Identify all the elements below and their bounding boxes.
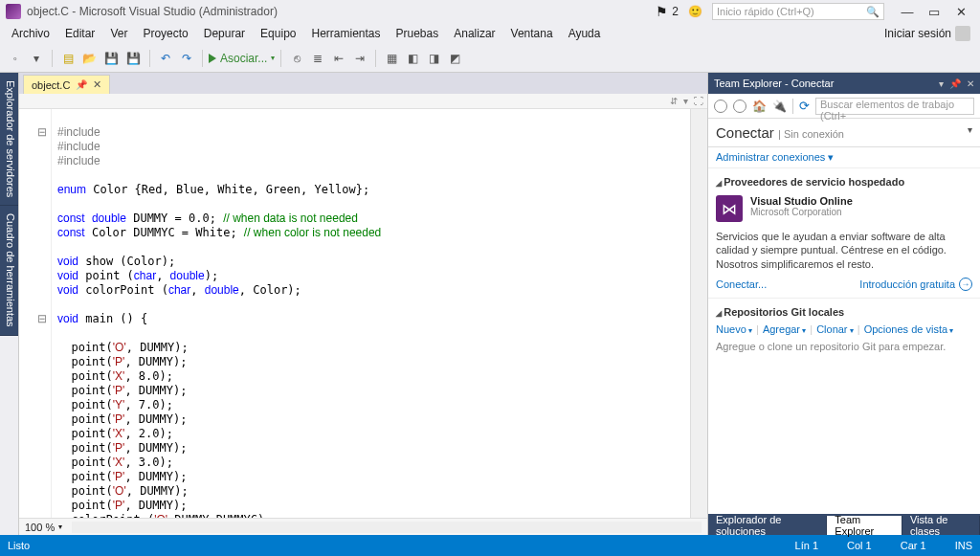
connect-icon[interactable]: 🔌 (772, 100, 787, 113)
work-items-search-input[interactable]: Buscar elementos de trabajo (Ctrl+ (815, 98, 974, 115)
git-new-link[interactable]: Nuevo (716, 323, 752, 335)
arrow-circle-icon: → (959, 278, 972, 291)
git-add-link[interactable]: Agregar (763, 323, 806, 335)
window-titlebar: object.C - Microsoft Visual Studio (Admi… (0, 0, 980, 23)
main-toolbar: ◦ ▾ ▤ 📂 💾 💾 ↶ ↷ Asociar... ▾ ⎋ ≣ ⇤ ⇥ ▦ ◧… (0, 44, 980, 73)
vs-logo-icon (6, 4, 21, 19)
connect-link[interactable]: Conectar... (716, 275, 774, 294)
dropdown-icon[interactable]: ▾ (939, 78, 944, 89)
pin-icon[interactable]: 📌 (76, 79, 87, 90)
save-button[interactable]: 💾 (101, 48, 122, 69)
fullscreen-icon[interactable]: ⛶ (694, 96, 703, 106)
editor-tab-objectc[interactable]: object.C 📌 ✕ (23, 75, 110, 94)
tab-close-icon[interactable]: ✕ (93, 78, 101, 91)
minimize-button[interactable]: — (894, 5, 921, 19)
menu-ver[interactable]: Ver (102, 25, 135, 42)
save-all-button[interactable]: 💾 (123, 48, 144, 69)
back-nav-button[interactable] (714, 100, 727, 113)
menu-ventana[interactable]: Ventana (503, 25, 561, 42)
left-dock-tabs: Explorador de servidores Cuadro de herra… (0, 73, 19, 535)
bookmark-prev-button[interactable]: ◨ (424, 48, 443, 69)
code-gutter: ⊟ ⊟ (19, 109, 52, 518)
quick-launch-input[interactable]: Inicio rápido (Ctrl+Q) 🔍 (712, 3, 884, 20)
editor-vscrollbar[interactable] (690, 109, 707, 518)
sign-in-link[interactable]: Iniciar sesión (884, 27, 951, 40)
intro-link[interactable]: Introducción gratuita → (859, 278, 972, 291)
git-repos-header[interactable]: Repositorios Git locales (716, 302, 972, 322)
status-line: Lín 1 (795, 540, 818, 551)
refresh-icon[interactable]: ⟳ (799, 99, 810, 113)
server-explorer-tab[interactable]: Explorador de servidores (0, 73, 18, 206)
bookmark-next-button[interactable]: ◩ (445, 48, 464, 69)
window-title: object.C - Microsoft Visual Studio (Admi… (27, 5, 278, 18)
user-icon[interactable] (955, 26, 970, 41)
fwd-nav-button[interactable] (733, 100, 746, 113)
editor-zoom-bar: 100 % ▾ (19, 518, 707, 535)
vso-provider-item[interactable]: ⋈ Visual Studio Online Microsoft Corpora… (716, 191, 972, 226)
solution-explorer-tab[interactable]: Explorador de soluciones (708, 516, 827, 535)
toolbox-tab[interactable]: Cuadro de herramientas (0, 206, 18, 336)
zoom-level[interactable]: 100 % (25, 522, 55, 533)
maximize-button[interactable]: ▭ (921, 5, 947, 19)
code-text-area[interactable]: #include #include #include enum Color {R… (52, 109, 690, 518)
menu-depurar[interactable]: Depurar (196, 25, 253, 42)
undo-button[interactable]: ↶ (156, 48, 175, 69)
search-icon: 🔍 (866, 6, 880, 18)
menu-herramientas[interactable]: Herramientas (303, 25, 388, 42)
git-empty-hint: Agregue o clone un repositorio Git para … (716, 337, 972, 356)
zoom-dropdown-icon[interactable]: ▾ (58, 523, 62, 531)
status-col: Col 1 (847, 540, 872, 551)
team-page-title: Conectar | Sin conexión ▾ (708, 119, 980, 146)
home-icon[interactable]: 🏠 (752, 100, 767, 113)
smiley-icon: 🙂 (688, 5, 702, 18)
close-icon[interactable]: ✕ (967, 78, 974, 89)
indent-right-button[interactable]: ⇥ (350, 48, 369, 69)
chevron-down-icon[interactable]: ▾ (968, 124, 972, 135)
team-explorer-pane: Team Explorer - Conectar ▾ 📌 ✕ 🏠 🔌 ⟳ Bus… (708, 73, 980, 535)
new-file-button[interactable]: ▤ (58, 48, 78, 69)
editor-mini-toolbar: ⇵ ▾ ⛶ (19, 94, 707, 109)
split-icon[interactable]: ⇵ (670, 96, 678, 106)
pin-icon[interactable]: 📌 (949, 78, 961, 89)
open-file-button[interactable]: 📂 (79, 48, 100, 69)
status-char: Car 1 (901, 540, 926, 551)
step-button[interactable]: ⎋ (287, 48, 306, 69)
dropdown-icon[interactable]: ▾ (683, 96, 688, 106)
status-ins: INS (955, 540, 972, 551)
hosted-providers-header[interactable]: Proveedores de servicio hospedado (716, 172, 972, 191)
comment-button[interactable]: ▦ (382, 48, 401, 69)
team-explorer-tab[interactable]: Team Explorer (827, 516, 902, 535)
play-icon (209, 54, 216, 63)
start-debug-button[interactable]: Asociar... ▾ (209, 52, 275, 65)
editor-tab-strip: object.C 📌 ✕ (19, 73, 707, 94)
indent-left-button[interactable]: ⇤ (329, 48, 348, 69)
menu-pruebas[interactable]: Pruebas (389, 25, 447, 42)
menu-editar[interactable]: Editar (57, 25, 102, 42)
manage-connections-link[interactable]: Administrar conexiones ▾ (708, 147, 980, 167)
notification-count: 2 (672, 5, 679, 18)
flag-icon: ⚑ (656, 4, 668, 19)
menu-equipo[interactable]: Equipo (253, 25, 303, 42)
menu-bar: Archivo Editar Ver Proyecto Depurar Equi… (0, 23, 980, 44)
menu-archivo[interactable]: Archivo (4, 25, 57, 42)
nav-fwd-button[interactable]: ▾ (27, 48, 46, 69)
status-ready: Listo (8, 540, 30, 551)
code-editor-pane: object.C 📌 ✕ ⇵ ▾ ⛶ ⊟ ⊟ (19, 73, 708, 535)
menu-proyecto[interactable]: Proyecto (135, 25, 195, 42)
git-view-options-link[interactable]: Opciones de vista (864, 323, 954, 335)
vso-description: Servicios que le ayudan a enviar softwar… (716, 226, 972, 275)
bookmark-button[interactable]: ◧ (403, 48, 422, 69)
redo-button[interactable]: ↷ (177, 48, 196, 69)
menu-analizar[interactable]: Analizar (446, 25, 502, 42)
team-explorer-header: Team Explorer - Conectar ▾ 📌 ✕ (708, 73, 980, 94)
menu-ayuda[interactable]: Ayuda (561, 25, 609, 42)
break-button[interactable]: ≣ (308, 48, 327, 69)
notifications-indicator[interactable]: ⚑ 2 🙂 (656, 4, 702, 19)
vso-logo-icon: ⋈ (716, 195, 743, 222)
nav-back-button[interactable]: ◦ (6, 48, 25, 69)
editor-hscrollbar[interactable] (72, 522, 702, 533)
git-clone-link[interactable]: Clonar (816, 323, 854, 335)
class-view-tab[interactable]: Vista de clases (902, 516, 980, 535)
close-button[interactable]: ✕ (947, 5, 974, 19)
team-explorer-toolbar: 🏠 🔌 ⟳ Buscar elementos de trabajo (Ctrl+ (708, 94, 980, 119)
